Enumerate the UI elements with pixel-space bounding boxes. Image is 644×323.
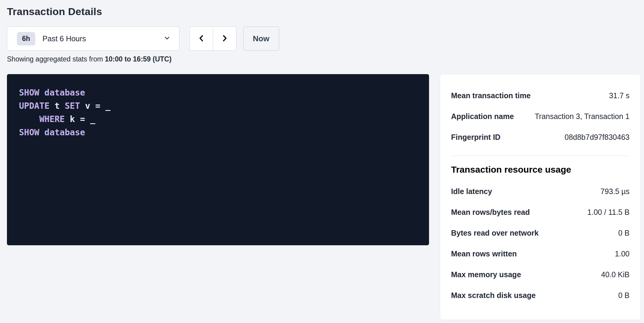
- transaction-details-card: Mean transaction time31.7 sApplication n…: [440, 74, 641, 320]
- detail-row-value: 31.7 s: [609, 91, 630, 100]
- prev-time-button[interactable]: [190, 27, 213, 51]
- transaction-details-page: Transaction Details 6h Past 6 Hours: [0, 0, 644, 320]
- sql-statements-block: SHOW databaseUPDATE t SET v = _ WHERE k …: [7, 74, 429, 245]
- detail-row-label: Bytes read over network: [451, 229, 545, 237]
- summary-rows: Mean transaction time31.7 sApplication n…: [451, 85, 630, 148]
- stats-range: 10:00 to 16:59 (UTC): [105, 55, 172, 63]
- sql-keyword: UPDATE: [19, 101, 49, 111]
- chevron-down-icon: [163, 34, 171, 43]
- sql-code-line: SHOW database: [19, 126, 417, 139]
- sql-code: SHOW databaseUPDATE t SET v = _ WHERE k …: [19, 86, 417, 139]
- detail-row-label: Mean rows written: [451, 249, 523, 258]
- chevron-left-icon: [197, 34, 206, 43]
- sql-code-line: WHERE k = _: [19, 113, 417, 126]
- detail-row: Mean rows written1.00: [451, 243, 630, 264]
- detail-row-value: 1.00: [615, 249, 630, 258]
- sql-keyword: WHERE: [39, 114, 65, 124]
- detail-row-value: 0 B: [618, 291, 630, 300]
- detail-row-value: 40.0 KiB: [601, 270, 630, 279]
- detail-row-value: 08d8b7d97f830463: [564, 133, 630, 142]
- sql-text: [19, 114, 39, 124]
- detail-row: Mean transaction time31.7 s: [451, 85, 630, 106]
- sql-keyword: database: [44, 127, 85, 137]
- stats-prefix: Showing aggregated stats from: [7, 55, 105, 63]
- sql-text: k = _: [65, 114, 95, 124]
- sql-text: [39, 127, 44, 137]
- time-range-dropdown[interactable]: 6h Past 6 Hours: [7, 27, 179, 51]
- sql-code-line: SHOW database: [19, 86, 417, 99]
- sql-keyword: SHOW: [19, 127, 39, 137]
- detail-row-label: Idle latency: [451, 187, 498, 196]
- detail-row: Fingerprint ID08d8b7d97f830463: [451, 127, 630, 148]
- sql-keyword: SET: [65, 101, 80, 111]
- time-range-label: Past 6 Hours: [43, 34, 163, 43]
- detail-row-value: Transaction 3, Transaction 1: [535, 112, 630, 121]
- sql-text: t: [49, 101, 65, 111]
- resource-usage-heading: Transaction resource usage: [451, 164, 630, 176]
- detail-row-value: 793.5 µs: [601, 187, 630, 196]
- detail-row: Bytes read over network0 B: [451, 223, 630, 243]
- detail-row-value: 0 B: [618, 229, 630, 237]
- detail-row-label: Max memory usage: [451, 270, 527, 279]
- sql-text: v = _: [80, 101, 110, 111]
- time-controls: 6h Past 6 Hours: [7, 27, 644, 51]
- detail-row: Application nameTransaction 3, Transacti…: [451, 106, 630, 127]
- sql-text: [39, 88, 44, 98]
- time-range-badge: 6h: [17, 32, 35, 45]
- detail-row-label: Mean transaction time: [451, 91, 537, 100]
- now-button[interactable]: Now: [243, 27, 279, 51]
- detail-row: Mean rows/bytes read1.00 / 11.5 B: [451, 202, 630, 223]
- card-divider: [451, 155, 630, 156]
- main-content: SHOW databaseUPDATE t SET v = _ WHERE k …: [7, 74, 644, 320]
- sql-code-line: UPDATE t SET v = _: [19, 99, 417, 113]
- next-time-button[interactable]: [213, 27, 236, 51]
- aggregated-stats-line: Showing aggregated stats from 10:00 to 1…: [7, 55, 644, 63]
- detail-row-label: Max scratch disk usage: [451, 291, 542, 300]
- sql-keyword: database: [44, 88, 85, 98]
- sql-keyword: SHOW: [19, 88, 39, 98]
- detail-row-label: Application name: [451, 112, 520, 121]
- page-title: Transaction Details: [7, 5, 644, 18]
- detail-row: Idle latency793.5 µs: [451, 181, 630, 202]
- detail-row-label: Fingerprint ID: [451, 133, 507, 142]
- detail-row-value: 1.00 / 11.5 B: [587, 208, 630, 217]
- detail-row: Max scratch disk usage0 B: [451, 285, 630, 306]
- time-step-buttons: [190, 27, 236, 51]
- resource-rows: Idle latency793.5 µsMean rows/bytes read…: [451, 181, 630, 306]
- chevron-right-icon: [220, 34, 229, 43]
- detail-row: Max memory usage40.0 KiB: [451, 264, 630, 285]
- detail-row-label: Mean rows/bytes read: [451, 208, 536, 217]
